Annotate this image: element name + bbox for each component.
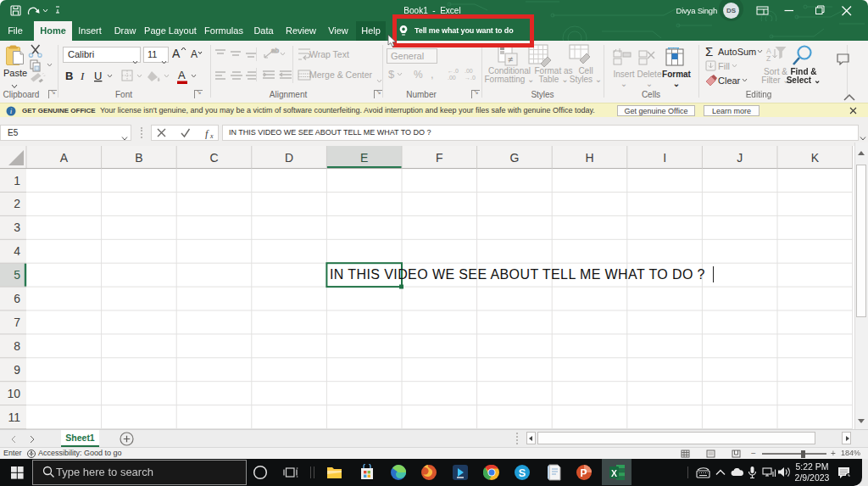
svg-text:11: 11	[8, 411, 20, 424]
svg-text:C: C	[209, 151, 218, 165]
svg-text:S: S	[519, 466, 526, 479]
svg-text:→.0: →.0	[465, 75, 476, 81]
svg-text:x: x	[209, 132, 214, 139]
svg-text:7: 7	[14, 316, 20, 329]
svg-text:B: B	[65, 70, 73, 82]
svg-text:9: 9	[14, 363, 20, 377]
svg-text:B: B	[135, 151, 142, 165]
svg-text:I: I	[663, 151, 666, 165]
svg-text:A: A	[172, 47, 181, 60]
svg-text:%: %	[414, 69, 423, 81]
svg-text:G: G	[509, 151, 519, 165]
svg-text:J: J	[737, 151, 743, 165]
svg-text:U: U	[94, 70, 102, 82]
svg-text:E: E	[360, 151, 368, 165]
svg-text:1: 1	[14, 174, 20, 187]
svg-text:.00: .00	[465, 68, 473, 74]
svg-text:5: 5	[14, 268, 20, 282]
svg-text:Z: Z	[766, 54, 771, 63]
svg-text:6: 6	[14, 292, 20, 305]
svg-text:P: P	[580, 467, 587, 479]
svg-text:$: $	[388, 68, 395, 81]
svg-text:4: 4	[14, 244, 20, 258]
svg-text:10: 10	[7, 387, 20, 400]
svg-text:X: X	[611, 468, 617, 478]
svg-text:3: 3	[14, 221, 20, 234]
svg-text:,: ,	[431, 68, 434, 81]
svg-text:A: A	[191, 48, 198, 60]
svg-text:ab: ab	[271, 47, 279, 54]
svg-text:8: 8	[14, 339, 20, 353]
svg-text:A: A	[60, 151, 69, 165]
svg-text:F: F	[436, 151, 443, 165]
svg-text:K: K	[811, 151, 820, 165]
svg-text:I: I	[80, 70, 85, 82]
svg-text:←.0: ←.0	[448, 68, 459, 74]
svg-text:.00: .00	[448, 75, 456, 81]
svg-text:Fill: Fill	[718, 61, 730, 71]
svg-text:A: A	[178, 69, 186, 81]
svg-text:Σ: Σ	[705, 44, 713, 59]
svg-text:D: D	[285, 151, 293, 165]
svg-text:AutoSum: AutoSum	[718, 47, 756, 57]
svg-text:≠: ≠	[508, 54, 513, 64]
svg-text:H: H	[585, 151, 593, 165]
svg-text:Clear: Clear	[718, 75, 741, 86]
svg-text:2: 2	[14, 197, 20, 210]
svg-text:f: f	[205, 128, 209, 139]
